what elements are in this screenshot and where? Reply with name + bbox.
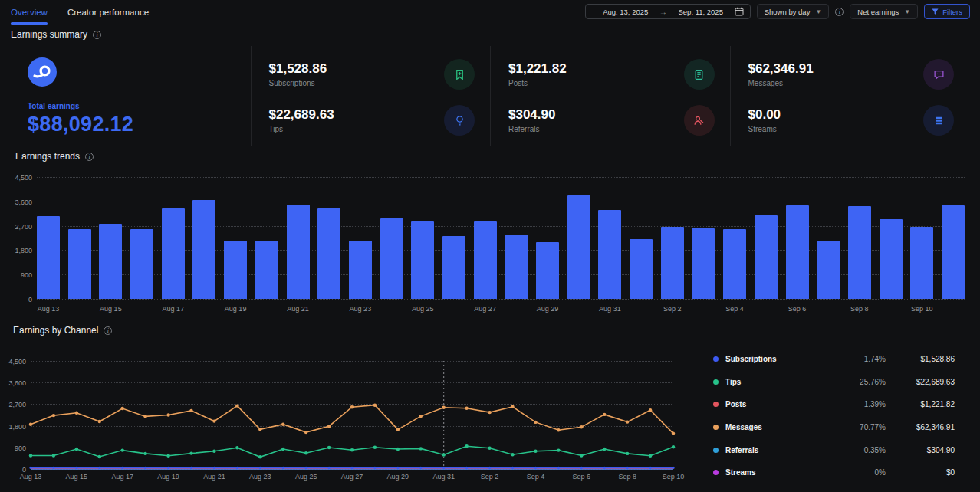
data-point[interactable] (511, 467, 514, 469)
trend-bar[interactable] (99, 224, 122, 299)
data-point[interactable] (304, 431, 307, 434)
trend-bar[interactable] (68, 229, 91, 299)
trend-bar[interactable] (130, 229, 153, 299)
trend-bar[interactable] (817, 241, 840, 299)
earnings-trends-chart[interactable]: 09001,8002,7003,6004,500 (37, 177, 965, 299)
trend-bar[interactable] (442, 236, 465, 299)
data-point[interactable] (75, 412, 78, 415)
legend-row[interactable]: Subscriptions 1.74% $1,528.86 (713, 348, 955, 371)
data-point[interactable] (649, 408, 652, 412)
data-point[interactable] (465, 407, 468, 410)
data-point[interactable] (121, 467, 123, 469)
data-point[interactable] (350, 405, 354, 408)
legend-row[interactable]: Posts 1.39% $1,221.82 (713, 393, 955, 416)
data-point[interactable] (488, 447, 491, 450)
trend-bar[interactable] (942, 205, 965, 299)
data-point[interactable] (212, 419, 215, 422)
trend-bar[interactable] (598, 210, 621, 299)
data-point[interactable] (626, 467, 629, 469)
calendar-icon[interactable] (735, 7, 744, 16)
data-point[interactable] (396, 448, 400, 451)
data-point[interactable] (442, 453, 446, 456)
data-point[interactable] (350, 467, 353, 469)
data-point[interactable] (580, 454, 583, 457)
data-point[interactable] (327, 446, 331, 449)
data-point[interactable] (212, 450, 215, 453)
data-point[interactable] (649, 467, 652, 469)
data-point[interactable] (75, 467, 77, 469)
data-point[interactable] (259, 467, 261, 469)
legend-row[interactable]: Streams 0% $0 (713, 461, 955, 484)
toolbar-info-icon[interactable]: i (835, 8, 844, 16)
trend-bar[interactable] (192, 200, 215, 299)
data-point[interactable] (672, 431, 675, 435)
filters-button[interactable]: Filters (924, 4, 970, 19)
data-point[interactable] (236, 467, 238, 469)
trend-bar[interactable] (411, 221, 434, 299)
data-point[interactable] (396, 467, 399, 469)
data-point[interactable] (52, 454, 55, 457)
trends-info-icon[interactable]: i (85, 153, 94, 161)
data-point[interactable] (52, 414, 55, 417)
data-point[interactable] (304, 451, 307, 454)
trend-bar[interactable] (224, 241, 247, 299)
data-point[interactable] (327, 425, 331, 428)
trend-bar[interactable] (723, 229, 746, 299)
trend-bar[interactable] (755, 215, 778, 299)
trend-bar[interactable] (910, 227, 933, 299)
date-from-value[interactable]: Aug. 13, 2025 (592, 8, 659, 16)
legend-row[interactable]: Tips 25.76% $22,689.63 (713, 371, 955, 394)
tab-overview[interactable]: Overview (11, 0, 48, 25)
data-point[interactable] (258, 455, 261, 458)
legend-row[interactable]: Referrals 0.35% $304.90 (713, 438, 955, 461)
data-point[interactable] (672, 467, 674, 469)
data-point[interactable] (511, 453, 514, 456)
data-point[interactable] (511, 405, 514, 408)
data-point[interactable] (143, 452, 146, 455)
trend-bar[interactable] (162, 208, 185, 299)
data-point[interactable] (213, 467, 215, 469)
data-point[interactable] (281, 448, 284, 451)
by-channel-info-icon[interactable]: i (104, 326, 112, 335)
shown-by-select[interactable]: Shown by day ▼ (757, 4, 830, 19)
data-point[interactable] (626, 452, 629, 455)
data-point[interactable] (98, 420, 101, 423)
data-point[interactable] (190, 467, 192, 469)
data-point[interactable] (282, 467, 284, 469)
data-point[interactable] (167, 467, 169, 469)
data-point[interactable] (166, 413, 169, 416)
data-point[interactable] (121, 448, 124, 451)
data-point[interactable] (626, 420, 629, 423)
data-point[interactable] (350, 448, 354, 451)
data-point[interactable] (534, 467, 537, 469)
date-range-picker[interactable]: Aug. 13, 2025 → Sep. 11, 2025 (585, 4, 751, 19)
data-point[interactable] (442, 467, 445, 469)
data-point[interactable] (328, 467, 331, 469)
data-point[interactable] (52, 467, 54, 469)
trend-bar[interactable] (630, 239, 653, 299)
data-point[interactable] (235, 446, 238, 449)
trend-bar[interactable] (380, 218, 403, 299)
trend-bar[interactable] (880, 219, 903, 299)
data-point[interactable] (419, 447, 423, 450)
data-point[interactable] (557, 448, 560, 451)
data-point[interactable] (488, 411, 491, 414)
trend-bar[interactable] (692, 228, 715, 299)
data-point[interactable] (98, 455, 101, 458)
trend-bar[interactable] (786, 205, 809, 299)
data-point[interactable] (189, 451, 192, 454)
trend-bar[interactable] (848, 206, 871, 299)
data-point[interactable] (121, 407, 124, 410)
data-point[interactable] (281, 423, 284, 426)
data-point[interactable] (258, 428, 261, 431)
data-point[interactable] (488, 467, 491, 469)
data-point[interactable] (580, 425, 583, 428)
data-point[interactable] (465, 444, 468, 448)
data-point[interactable] (396, 428, 400, 431)
data-point[interactable] (557, 428, 560, 431)
data-point[interactable] (419, 415, 423, 418)
data-point[interactable] (373, 446, 377, 449)
data-point[interactable] (75, 448, 78, 451)
trend-bar[interactable] (505, 235, 528, 299)
date-to-value[interactable]: Sep. 11, 2025 (667, 8, 735, 16)
